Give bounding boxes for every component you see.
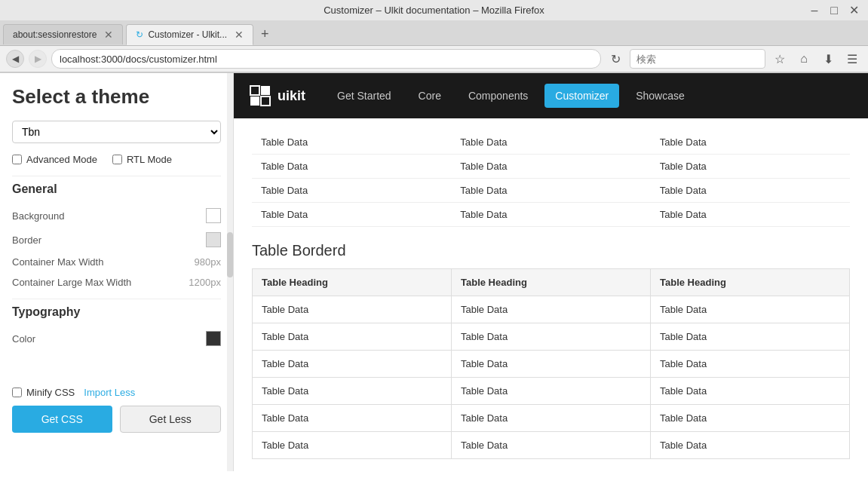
divider-2 [12,299,221,299]
footer-buttons: Get CSS Get Less [12,406,221,433]
table-cell: Table Data [452,351,651,378]
bookmark-icon[interactable]: ☆ [770,49,790,69]
window-controls[interactable]: – □ ✕ [808,5,860,16]
table-cell: Table Data [452,405,651,432]
background-color-swatch[interactable] [206,208,221,223]
refresh-icon[interactable]: ↻ [606,49,625,69]
table-cell: Table Data [452,323,651,351]
home-icon[interactable]: ⌂ [794,49,814,69]
nav-link-components[interactable]: Components [458,84,538,108]
uikit-logo-icon [249,84,271,107]
table-cell: Table Data [452,432,651,459]
table-heading: Table Heading [452,269,651,296]
border-label: Border [12,234,41,246]
table-cell: Table Data [451,179,650,203]
table-cell: Table Data [651,378,850,405]
rtl-mode-checkbox[interactable] [112,155,122,164]
table-cell: Table Data [452,378,651,405]
table-cell: Table Data [651,351,850,378]
close-button[interactable]: ✕ [847,5,860,16]
table-cell: Table Data [253,405,452,432]
nav-bar: uikit Get Started Core Components Custom… [234,73,868,118]
theme-selector[interactable]: Tbn [12,121,221,143]
table-row: Table Data Table Data Table Data [252,155,850,179]
table-heading: Table Heading [651,269,850,296]
table-row: Table Data Table Data Table Data [252,179,850,203]
theme-select-input[interactable]: Tbn [12,121,221,143]
color-swatch[interactable] [206,331,221,346]
import-less-link[interactable]: Import Less [84,387,135,398]
table-cell: Table Data [651,155,850,179]
table-bordered: Table Heading Table Heading Table Headin… [252,268,850,459]
nav-link-customizer[interactable]: Customizer [544,84,619,108]
title-bar: Customizer – Ulkit documentation – Mozil… [0,0,868,20]
tab-close-icon[interactable]: ✕ [104,29,113,41]
nav-link-core[interactable]: Core [408,84,452,108]
new-tab-button[interactable]: + [253,23,277,45]
nav-link-get-started[interactable]: Get Started [327,84,402,108]
advanced-mode-text: Advanced Mode [26,154,97,165]
table-row: Table Data Table Data Table Data [253,351,850,378]
footer-checkboxes: Minify CSS Import Less [12,387,221,398]
tab-close-icon[interactable]: ✕ [235,29,244,41]
sidebar-title: Select a theme [12,85,221,109]
table-row: Table Data Table Data Table Data [253,432,850,459]
sidebar-footer: Minify CSS Import Less Get CSS Get Less [12,381,221,433]
url-input[interactable] [51,49,601,69]
color-label: Color [12,333,35,345]
advanced-mode-label[interactable]: Advanced Mode [12,154,97,165]
search-input[interactable] [630,49,765,69]
right-panel: uikit Get Started Core Components Custom… [234,73,868,471]
table-cell: Table Data [651,405,850,432]
table-cell: Table Data [252,203,451,227]
table-row: Table Data Table Data Table Data [253,405,850,432]
border-color-swatch[interactable] [206,232,221,247]
table-row: Table Data Table Data Table Data [253,378,850,405]
table-cell: Table Data [452,296,651,323]
advanced-mode-checkbox[interactable] [12,155,22,164]
container-large-max-width-label: Container Large Max Width [12,277,131,288]
scrollbar-thumb[interactable] [227,232,233,277]
spacer [12,351,221,381]
divider [12,176,221,176]
minimize-button[interactable]: – [808,5,821,16]
general-section-title: General [12,182,221,196]
forward-button[interactable]: ▶ [29,50,47,68]
tab-customizer[interactable]: ↻ Customizer - Ulkit... ✕ [126,24,253,45]
container-max-width-setting: Container Max Width 980px [12,252,221,272]
address-bar: ◀ ▶ ↻ ☆ ⌂ ⬇ ☰ [0,46,868,72]
table-plain: Table Data Table Data Table Data Table D… [252,130,850,227]
table-cell: Table Data [253,378,452,405]
get-less-button[interactable]: Get Less [120,406,222,433]
maximize-button[interactable]: □ [827,5,841,16]
table-cell: Table Data [253,323,452,351]
svg-rect-2 [250,97,259,106]
table-cell: Table Data [451,130,650,155]
svg-rect-1 [261,86,270,95]
table-row: Table Data Table Data Table Data [252,130,850,155]
table-cell: Table Data [651,296,850,323]
menu-icon[interactable]: ☰ [842,49,862,69]
table-row: Table Data Table Data Table Data [252,203,850,227]
nav-logo[interactable]: uikit [249,84,305,107]
tab-loading-icon: ↻ [136,29,143,40]
typography-section-title: Typography [12,305,221,319]
table-cell: Table Data [253,432,452,459]
rtl-mode-label[interactable]: RTL Mode [112,154,172,165]
minify-css-label[interactable]: Minify CSS [12,387,75,398]
nav-link-showcase[interactable]: Showcase [625,84,695,108]
table-cell: Table Data [253,296,452,323]
container-max-width-value: 980px [195,256,221,268]
svg-rect-3 [261,97,270,106]
sidebar-scrollbar[interactable] [227,73,233,471]
get-css-button[interactable]: Get CSS [12,406,112,433]
back-button[interactable]: ◀ [6,50,24,68]
table-cell: Table Data [252,130,451,155]
table-cell: Table Data [451,203,650,227]
download-icon[interactable]: ⬇ [818,49,838,69]
minify-css-checkbox[interactable] [12,388,22,397]
border-setting: Border [12,228,221,252]
tab-session-restore[interactable]: about:sessionrestore ✕ [3,24,123,44]
logo-text: uikit [278,88,305,104]
table-cell: Table Data [253,351,452,378]
